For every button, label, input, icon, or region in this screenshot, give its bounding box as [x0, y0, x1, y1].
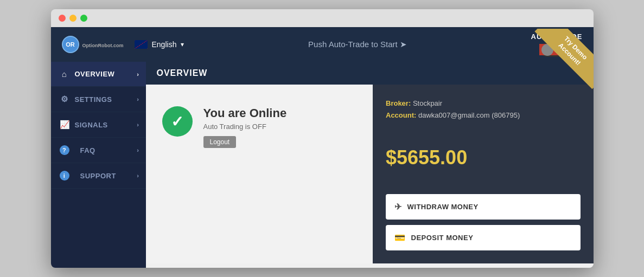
- trading-status-text: Auto Trading is OFF: [203, 123, 287, 131]
- sidebar-label-signals: SIGNALS: [75, 121, 108, 129]
- online-status-text: You are Online: [203, 106, 287, 120]
- deposit-icon: 💳: [394, 233, 406, 243]
- gear-icon: ⚙: [60, 94, 69, 104]
- dot-yellow[interactable]: [69, 15, 76, 22]
- sidebar-item-faq[interactable]: ? FAQ ›: [51, 138, 146, 163]
- logout-button[interactable]: Logout: [203, 136, 237, 148]
- sidebar-label-overview: OVERVIEW: [75, 70, 115, 78]
- logo-text: OptionRobot.com: [82, 40, 124, 49]
- toggle-knob: [541, 44, 553, 56]
- account-panel: Broker: Stockpair Account: dawka007@gmai…: [373, 85, 594, 263]
- withdraw-label: WITHDRAW MONEY: [407, 203, 479, 211]
- home-icon: ⌂: [60, 69, 69, 79]
- deposit-label: DEPOSIT MONEY: [411, 234, 474, 242]
- broker-info: Broker: Stockpair Account: dawka007@gmai…: [386, 98, 581, 121]
- info-icon: i: [60, 171, 69, 181]
- account-value: dawka007@gmail.com (806795): [418, 111, 520, 119]
- language-label: English: [152, 40, 177, 49]
- logo-area: OR OptionRobot.com: [62, 36, 124, 53]
- browser-chrome: [51, 9, 594, 27]
- push-arrow-icon: ➤: [400, 40, 407, 49]
- toggle-container[interactable]: OFF: [531, 43, 583, 57]
- content-header: OVERVIEW: [146, 62, 594, 85]
- dot-green[interactable]: [80, 15, 87, 22]
- sidebar-item-overview[interactable]: ⌂ OVERVIEW ›: [51, 62, 146, 87]
- action-buttons: ✈ WITHDRAW MONEY 💳 DEPOSIT MONEY: [386, 194, 581, 250]
- sidebar-label-settings: SETTINGS: [75, 95, 112, 104]
- chevron-right-icon-5: ›: [137, 172, 139, 179]
- auto-trade-toggle[interactable]: OFF: [540, 43, 573, 57]
- chevron-right-icon-3: ›: [137, 121, 139, 128]
- withdraw-button[interactable]: ✈ WITHDRAW MONEY: [386, 194, 581, 220]
- content-body: ✓ You are Online Auto Trading is OFF Log…: [146, 85, 594, 263]
- sidebar-label-support: SUPPORT: [80, 172, 116, 180]
- language-selector[interactable]: English ▾: [135, 40, 184, 49]
- content-area: OVERVIEW ✓ You are Online Auto Trading i…: [146, 62, 594, 268]
- sidebar-item-settings[interactable]: ⚙ SETTINGS ›: [51, 87, 146, 112]
- account-line: Account: dawka007@gmail.com (806795): [386, 109, 581, 121]
- logo-icon: OR: [62, 36, 79, 53]
- top-nav: OR OptionRobot.com English ▾ Push Auto-T…: [51, 27, 594, 62]
- sidebar-item-signals[interactable]: 📈 SIGNALS ›: [51, 112, 146, 138]
- sidebar-label-faq: FAQ: [80, 146, 95, 154]
- chevron-right-icon: ›: [137, 71, 139, 78]
- broker-value: Stockpair: [413, 99, 442, 107]
- account-label: Account:: [386, 111, 416, 119]
- question-icon: ?: [60, 145, 69, 155]
- sidebar-item-support[interactable]: i SUPPORT ›: [51, 163, 146, 189]
- status-panel: ✓ You are Online Auto Trading is OFF Log…: [146, 85, 373, 263]
- push-auto-trade-text: Push Auto-Trade to Start ➤: [184, 40, 531, 49]
- uk-flag-icon: [135, 40, 148, 49]
- dot-red[interactable]: [59, 15, 66, 22]
- broker-line: Broker: Stockpair: [386, 98, 581, 109]
- browser-window: Try DemoAccount! OR OptionRobot.com Engl…: [51, 9, 594, 268]
- main-layout: ⌂ OVERVIEW › ⚙ SETTINGS › 📈 SIGNALS › ? …: [51, 62, 594, 268]
- deposit-button[interactable]: 💳 DEPOSIT MONEY: [386, 225, 581, 250]
- auto-trade-area: AUTO TRADE OFF: [531, 33, 583, 57]
- withdraw-icon: ✈: [394, 202, 402, 212]
- chart-icon: 📈: [60, 120, 69, 130]
- status-info: You are Online Auto Trading is OFF Logou…: [203, 106, 287, 148]
- account-balance: $5655.00: [386, 146, 581, 169]
- online-indicator: ✓: [162, 106, 193, 137]
- chevron-right-icon-4: ›: [137, 147, 139, 153]
- sidebar: ⌂ OVERVIEW › ⚙ SETTINGS › 📈 SIGNALS › ? …: [51, 62, 146, 268]
- chevron-right-icon-2: ›: [137, 96, 139, 102]
- broker-label: Broker:: [386, 99, 411, 107]
- page-title: OVERVIEW: [157, 68, 208, 78]
- auto-trade-label: AUTO TRADE: [531, 33, 583, 41]
